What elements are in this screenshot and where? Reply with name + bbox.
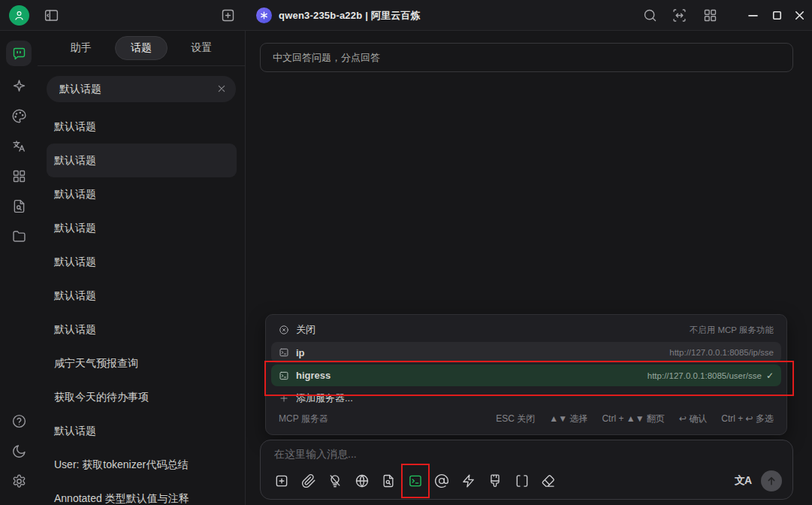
tabs-divider [38,65,245,66]
tab-settings[interactable]: 设置 [176,37,227,59]
sidebar-item-assistant-sparkle-icon[interactable] [11,78,27,94]
mcp-server-name: ip [296,347,305,358]
topic-list: 默认话题 默认话题 默认话题 默认话题 默认话题 默认话题 默认话题 咸宁天气预… [38,110,246,505]
eraser-icon[interactable] [541,473,556,488]
window-close-button[interactable] [792,8,807,23]
sidebar-toggle-icon[interactable] [44,8,59,23]
settings-gear-icon[interactable] [11,473,27,489]
topic-list-item[interactable]: 默认话题 [47,245,237,279]
terminal-icon [279,347,289,358]
plus-icon [279,393,289,404]
system-prompt-text: 中文回答问题，分点回答 [273,51,380,65]
titlebar-model[interactable]: qwen3-235b-a22b | 阿里云百炼 [256,0,421,31]
composer-right-actions: 文A [735,470,782,491]
mention-at-icon[interactable] [434,473,449,488]
mcp-server-url: http://127.0.0.1:8085/user/sse [647,371,762,380]
chat-bubble-icon [11,46,27,62]
message-input[interactable] [274,448,782,466]
sidebar-item-translate-icon[interactable] [11,138,27,154]
expand-brackets-icon[interactable] [515,473,530,488]
sidebar-item-files-folder-icon[interactable] [11,228,27,244]
titlebar: qwen3-235b-a22b | 阿里云百炼 [0,0,812,31]
mcp-option-off[interactable]: 关闭 不启用 MCP 服务功能 [271,319,781,340]
topic-list-item[interactable]: 默认话题 [47,279,237,313]
clear-context-brush-icon[interactable] [488,473,503,488]
topic-list-item-active[interactable]: 默认话题 [47,144,237,177]
mcp-terminal-icon[interactable] [408,473,423,488]
hint-multi: Ctrl + ↩ 多选 [721,413,774,425]
composer-toolbar: 文A [274,470,782,491]
topics-panel: 助手 话题 设置 默认话题 默认话题 默认话题 默认话题 默认话题 默认话题 默… [38,31,246,505]
mcp-server-popup: 关闭 不启用 MCP 服务功能 ip http://127.0.0.1:8085… [265,314,787,435]
app-grid-icon[interactable] [702,8,718,23]
window-title: qwen3-235b-a22b | 阿里云百炼 [279,9,421,23]
fit-width-icon[interactable] [672,8,687,23]
send-button[interactable] [761,470,782,491]
topic-search [47,76,236,102]
qwen-logo-icon [256,8,272,23]
mcp-footer-title: MCP 服务器 [279,413,328,425]
topic-list-item[interactable]: 默认话题 [47,177,237,211]
topic-list-item[interactable]: 默认话题 [47,313,237,346]
arrow-up-icon [765,475,777,487]
sidebar-item-paintings-palette-icon[interactable] [11,108,27,124]
web-search-globe-icon[interactable] [355,473,370,488]
tab-topics[interactable]: 话题 [115,36,168,60]
icon-sidebar [0,31,38,505]
topic-list-item[interactable]: 咸宁天气预报查询 [47,346,237,380]
new-context-icon[interactable] [274,473,289,488]
sidebar-item-chat[interactable] [6,41,32,66]
sidebar-item-minapps-grid-icon[interactable] [11,168,27,184]
user-avatar[interactable] [9,5,29,26]
window-minimize-button[interactable] [746,8,760,23]
quick-phrase-zap-icon[interactable] [461,473,476,488]
hint-esc: ESC 关闭 [496,413,535,425]
attachment-paperclip-icon[interactable] [301,473,316,488]
tab-assistants[interactable]: 助手 [56,37,107,59]
topic-list-item[interactable]: User: 获取tokenizer代码总结 [47,448,237,482]
hint-confirm: ↩ 确认 [679,413,707,425]
topic-search-input[interactable] [47,76,236,102]
sidebar-item-knowledge-file-search-icon[interactable] [11,198,27,214]
mcp-off-hint: 不启用 MCP 服务功能 [690,325,774,336]
chat-main: 中文回答问题，分点回答 关闭 不启用 MCP 服务功能 ip http://12… [246,31,812,505]
x-circle-icon [279,325,289,335]
mcp-popup-footer: MCP 服务器 ESC 关闭 ▲▼ 选择 Ctrl + ▲▼ 翻页 ↩ 确认 C… [271,409,781,430]
translate-icon[interactable]: 文A [735,474,751,488]
knowledge-file-search-icon[interactable] [381,473,396,488]
hint-arrows: ▲▼ 选择 [549,413,587,425]
new-topic-icon[interactable] [220,8,236,23]
message-composer: 文A [260,440,793,500]
system-prompt-banner[interactable]: 中文回答问题，分点回答 [260,43,793,72]
theme-moon-icon[interactable] [11,443,27,459]
mcp-server-name: higress [296,370,331,381]
search-icon[interactable] [642,8,658,23]
mcp-off-label: 关闭 [296,323,315,337]
clear-search-icon[interactable] [216,83,228,95]
mcp-option-ip[interactable]: ip http://127.0.0.1:8085/ip/sse [271,342,781,363]
panel-tabs: 助手 话题 设置 [38,31,245,65]
mcp-server-url: http://127.0.0.1:8085/ip/sse [669,348,774,357]
thinking-off-lightbulb-icon[interactable] [328,473,343,488]
hint-page: Ctrl + ▲▼ 翻页 [602,413,664,425]
person-icon [13,9,26,22]
window-maximize-button[interactable] [770,8,784,23]
selected-check-icon: ✓ [766,370,774,381]
topic-list-item[interactable]: 默认话题 [47,110,237,144]
topic-list-item[interactable]: 默认话题 [47,211,237,245]
keyboard-hints: ESC 关闭 ▲▼ 选择 Ctrl + ▲▼ 翻页 ↩ 确认 Ctrl + ↩ … [496,413,774,425]
topic-list-item[interactable]: Annotated 类型默认值与注释 [47,482,237,505]
mcp-option-higress[interactable]: higress http://127.0.0.1:8085/user/sse ✓ [271,364,781,386]
terminal-icon [279,370,289,381]
mcp-add-server[interactable]: 添加服务器... [271,388,781,409]
topic-list-item[interactable]: 默认话题 [47,414,237,448]
mcp-add-label: 添加服务器... [296,392,353,405]
help-icon[interactable] [11,413,27,429]
app-window: qwen3-235b-a22b | 阿里云百炼 [0,0,812,505]
topic-list-item[interactable]: 获取今天的待办事项 [47,380,237,414]
